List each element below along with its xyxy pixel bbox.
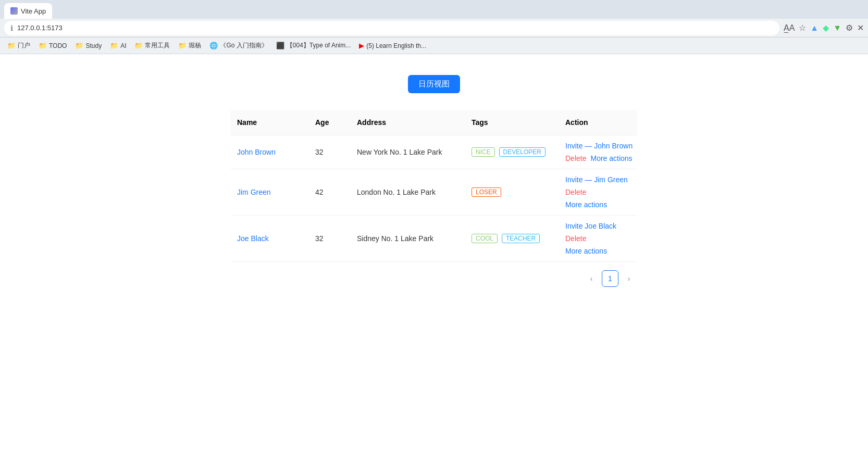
tag-teacher: TEACHER [502, 234, 540, 243]
table-row: Joe Black 32 Sidney No. 1 Lake Park COOL… [231, 216, 637, 262]
cell-name: John Brown [231, 142, 309, 162]
bookmark-study[interactable]: 📁 Study [72, 41, 105, 51]
cell-age: 42 [309, 182, 351, 203]
prev-page-button[interactable]: ‹ [583, 270, 600, 287]
invite-jim-green[interactable]: Invite — Jim Green [565, 175, 628, 184]
bookmark-anim[interactable]: ⬛ 【004】Type of Anim... [273, 40, 354, 51]
bookmark-label: 《Go 入门指南》 [220, 41, 267, 50]
bookmark-label: AI [120, 42, 126, 49]
bookmark-label: 门户 [18, 41, 30, 50]
cell-tags: COOL TEACHER [465, 228, 559, 249]
bookmark-menhue[interactable]: 📁 门户 [4, 40, 33, 51]
cell-age: 32 [309, 228, 351, 249]
next-page-button[interactable]: › [621, 270, 637, 287]
invite-john-brown[interactable]: Invite — John Brown [565, 142, 633, 150]
browser-actions: A̲A ☆ ▲ ◆ ▼ ⚙ ✕ [784, 23, 864, 33]
col-action: Action [559, 114, 637, 131]
calendar-button[interactable]: 日历视图 [408, 75, 460, 93]
folder-icon: 📁 [110, 42, 118, 49]
folder-icon: 📁 [39, 42, 47, 49]
extension-icon-2[interactable]: ◆ [823, 23, 829, 33]
active-tab[interactable]: Vite App [4, 3, 52, 19]
folder-icon: 📁 [134, 42, 143, 49]
bookmarks-bar: 📁 门户 📁 TODO 📁 Study 📁 AI 📁 常用工具 📁 堀杨 🌐 《… [0, 37, 868, 54]
invite-joe-black[interactable]: Invite Joe Black [565, 222, 616, 230]
delete-jim-green[interactable]: Delete [565, 188, 586, 196]
tag-loser: LOSER [472, 187, 501, 197]
bookmark-duiyang[interactable]: 📁 堀杨 [175, 40, 204, 51]
cell-address: London No. 1 Lake Park [351, 182, 465, 203]
address-bar-row: ℹ 127.0.0.1:5173 A̲A ☆ ▲ ◆ ▼ ⚙ ✕ [0, 19, 868, 37]
col-age: Age [309, 114, 351, 131]
pagination: ‹ 1 › [231, 270, 637, 287]
bookmark-youtube[interactable]: ▶ (5) Learn English th... [356, 41, 429, 51]
settings-icon[interactable]: ⚙ [846, 23, 853, 33]
more-actions-jim-green[interactable]: More actions [565, 200, 607, 209]
bookmark-label: Study [85, 42, 102, 49]
cell-address: Sidney No. 1 Lake Park [351, 228, 465, 249]
bookmark-label: TODO [49, 42, 67, 49]
table-row: John Brown 32 New York No. 1 Lake Park N… [231, 135, 637, 169]
col-address: Address [351, 114, 465, 131]
col-tags: Tags [465, 114, 559, 131]
cell-action: Invite — John Brown Delete More actions [559, 135, 639, 169]
yt-icon: ▶ [359, 42, 364, 49]
bookmark-label: (5) Learn English th... [366, 42, 426, 49]
more-actions-john-brown[interactable]: More actions [590, 154, 632, 162]
data-table: Name Age Address Tags Action John Brown … [231, 110, 637, 287]
col-name: Name [231, 114, 309, 131]
bookmark-label: 堀杨 [189, 41, 201, 50]
info-icon: ℹ [10, 24, 13, 32]
page-1-button[interactable]: 1 [602, 270, 618, 287]
page-icon: ⬛ [276, 42, 284, 49]
extension-icon-1[interactable]: ▲ [810, 23, 819, 33]
browser-chrome: Vite App ℹ 127.0.0.1:5173 A̲A ☆ ▲ ◆ ▼ ⚙ … [0, 0, 868, 54]
cell-action: Invite — Jim Green Delete More actions [559, 169, 637, 215]
tab-label: Vite App [21, 7, 46, 15]
cell-age: 32 [309, 142, 351, 162]
page-icon: 🌐 [209, 42, 218, 49]
bookmark-ai[interactable]: 📁 AI [107, 41, 129, 51]
joe-black-link[interactable]: Joe Black [237, 234, 269, 243]
extension-icon-3[interactable]: ▼ [833, 23, 841, 33]
bookmark-go[interactable]: 🌐 《Go 入门指南》 [206, 40, 270, 51]
delete-john-brown[interactable]: Delete [565, 154, 586, 162]
cell-name: Jim Green [231, 182, 309, 203]
url-text: 127.0.0.1:5173 [17, 24, 63, 32]
tag-developer: DEVELOPER [499, 147, 545, 157]
folder-icon: 📁 [178, 42, 187, 49]
cell-tags: LOSER [465, 181, 559, 203]
tag-nice: NICE [472, 147, 495, 157]
folder-icon: 📁 [7, 42, 16, 49]
john-brown-link[interactable]: John Brown [237, 148, 276, 156]
tab-favicon [10, 7, 18, 15]
read-mode-icon[interactable]: A̲A [784, 23, 795, 33]
folder-icon: 📁 [75, 42, 83, 49]
table-header: Name Age Address Tags Action [231, 110, 637, 135]
bookmark-label: 常用工具 [145, 41, 170, 50]
close-icon[interactable]: ✕ [857, 23, 864, 33]
table-row: Jim Green 42 London No. 1 Lake Park LOSE… [231, 169, 637, 216]
tab-bar: Vite App [0, 0, 868, 19]
jim-green-link[interactable]: Jim Green [237, 188, 271, 196]
more-actions-joe-black[interactable]: More actions [565, 247, 607, 255]
cell-tags: NICE DEVELOPER [465, 141, 559, 163]
cell-name: Joe Black [231, 228, 309, 249]
bookmark-tools[interactable]: 📁 常用工具 [131, 40, 173, 51]
star-icon[interactable]: ☆ [799, 23, 806, 33]
page-content: 日历视图 Name Age Address Tags Action John B… [0, 54, 868, 465]
delete-joe-black[interactable]: Delete [565, 234, 586, 243]
address-bar[interactable]: ℹ 127.0.0.1:5173 [4, 21, 779, 35]
tag-cool: COOL [472, 234, 498, 243]
bookmark-label: 【004】Type of Anim... [287, 41, 351, 50]
cell-action: Invite Joe Black Delete More actions [559, 216, 637, 261]
bookmark-todo[interactable]: 📁 TODO [35, 41, 70, 51]
cell-address: New York No. 1 Lake Park [351, 142, 465, 162]
